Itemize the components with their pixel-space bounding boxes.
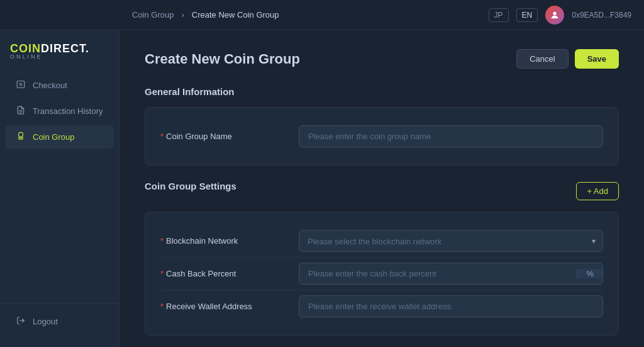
transaction-history-icon bbox=[15, 106, 26, 117]
cash-back-label: * Cash Back Percent bbox=[160, 269, 286, 278]
blockchain-network-select[interactable] bbox=[299, 230, 603, 252]
header-right: JP EN 0x9EA5D...F3849 bbox=[489, 6, 631, 25]
settings-section-title: Coin Group Settings bbox=[145, 181, 236, 191]
logo-coin: COIN bbox=[10, 42, 41, 55]
sidebar-item-transaction-history-label: Transaction History bbox=[33, 106, 103, 116]
svg-point-6 bbox=[19, 132, 23, 137]
receive-wallet-label: * Receive Wallet Address bbox=[160, 302, 286, 311]
cash-back-percent-input[interactable] bbox=[299, 263, 577, 284]
lang-jp-button[interactable]: JP bbox=[489, 8, 509, 22]
cash-back-row: * Cash Back Percent % bbox=[160, 257, 603, 290]
logo-online: ONLINE bbox=[10, 54, 89, 60]
app-header: Coin Group › Create New Coin Group JP EN… bbox=[0, 0, 644, 30]
general-section-title: General Information bbox=[145, 86, 619, 97]
svg-rect-1 bbox=[17, 81, 25, 88]
sidebar-item-logout[interactable]: Logout bbox=[5, 310, 114, 333]
logout-label: Logout bbox=[33, 317, 58, 326]
checkout-icon bbox=[15, 80, 26, 91]
required-star-3: * bbox=[160, 269, 164, 278]
page-title: Create New Coin Group bbox=[145, 51, 300, 67]
settings-header: Coin Group Settings + Add bbox=[145, 181, 619, 202]
blockchain-network-label: * Blockchain Network bbox=[160, 236, 286, 246]
breadcrumb-separator: › bbox=[181, 10, 184, 20]
general-form-card: * Coin Group Name bbox=[145, 107, 619, 166]
breadcrumb-current: Create New Coin Group bbox=[192, 10, 279, 20]
required-star: * bbox=[160, 132, 164, 141]
sidebar-item-checkout[interactable]: Checkout bbox=[5, 74, 114, 97]
page-actions: Cancel Save bbox=[516, 49, 619, 69]
logo: COINDIRECT. ONLINE bbox=[0, 38, 119, 72]
cancel-button[interactable]: Cancel bbox=[516, 49, 568, 69]
settings-section: Coin Group Settings + Add * Blockchain N… bbox=[145, 181, 619, 336]
svg-point-0 bbox=[553, 11, 557, 14]
main-content: Create New Coin Group Cancel Save Genera… bbox=[119, 30, 644, 347]
avatar[interactable] bbox=[545, 6, 564, 25]
lang-en-button[interactable]: EN bbox=[516, 8, 538, 22]
coin-group-name-label: * Coin Group Name bbox=[160, 132, 286, 141]
receive-wallet-input[interactable] bbox=[299, 295, 603, 317]
blockchain-network-row: * Blockchain Network ▾ Please select the… bbox=[160, 225, 603, 257]
logo-direct: DIRECT. bbox=[41, 42, 89, 55]
sidebar-item-checkout-label: Checkout bbox=[33, 81, 67, 90]
breadcrumb: Coin Group › Create New Coin Group bbox=[132, 10, 489, 20]
add-button[interactable]: + Add bbox=[576, 182, 619, 200]
coin-group-name-input[interactable] bbox=[299, 125, 603, 147]
wallet-address: 0x9EA5D...F3849 bbox=[572, 11, 631, 20]
coin-group-name-row: * Coin Group Name bbox=[160, 120, 603, 152]
sidebar-item-transaction-history[interactable]: Transaction History bbox=[5, 100, 114, 123]
breadcrumb-parent[interactable]: Coin Group bbox=[132, 10, 174, 20]
blockchain-network-select-wrapper: ▾ Please select the blockchain network bbox=[299, 230, 603, 252]
layout: COINDIRECT. ONLINE Checkout Transaction … bbox=[0, 30, 644, 347]
sidebar-bottom: Logout bbox=[0, 303, 119, 339]
settings-form-card: * Blockchain Network ▾ Please select the… bbox=[145, 212, 619, 336]
coin-group-icon bbox=[15, 132, 26, 142]
receive-wallet-row: * Receive Wallet Address bbox=[160, 290, 603, 322]
required-star-2: * bbox=[160, 236, 164, 246]
logout-icon bbox=[15, 316, 26, 327]
required-star-4: * bbox=[160, 302, 164, 311]
sidebar-item-coin-group-label: Coin Group bbox=[33, 132, 74, 142]
save-button[interactable]: Save bbox=[575, 49, 619, 69]
general-section: General Information * Coin Group Name bbox=[145, 86, 619, 166]
percent-suffix: % bbox=[577, 269, 602, 278]
sidebar-item-coin-group[interactable]: Coin Group bbox=[5, 125, 114, 149]
sidebar: COINDIRECT. ONLINE Checkout Transaction … bbox=[0, 30, 119, 347]
page-header: Create New Coin Group Cancel Save bbox=[145, 49, 619, 69]
cash-back-input-wrapper: % bbox=[299, 263, 603, 285]
